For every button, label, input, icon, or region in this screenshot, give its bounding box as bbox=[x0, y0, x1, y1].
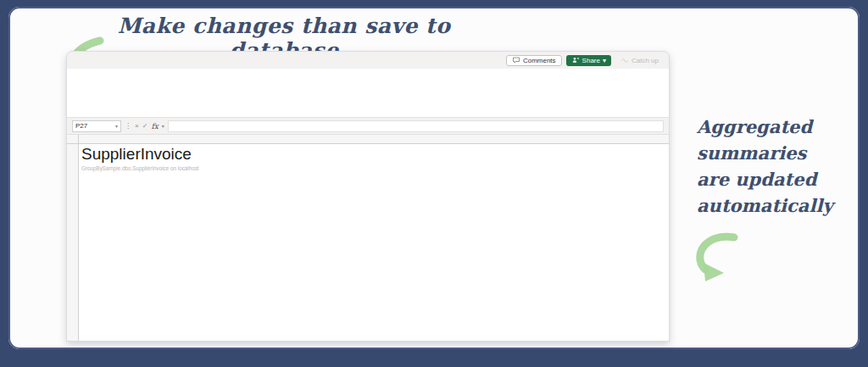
select-all-corner[interactable] bbox=[67, 135, 79, 143]
tabbar-right-actions: Comments Share▾ Catch up bbox=[506, 55, 664, 66]
ribbon bbox=[67, 69, 669, 118]
enter-icon[interactable]: ✓ bbox=[142, 122, 148, 130]
formula-bar: P27▾ ⋮ × ✓ fx ▾ bbox=[67, 118, 669, 135]
column-headers bbox=[67, 135, 669, 144]
excel-window: Comments Share▾ Catch up P27▾ ⋮ × ✓ fx ▾… bbox=[66, 51, 670, 342]
comment-icon bbox=[512, 56, 520, 64]
cancel-icon[interactable]: × bbox=[135, 122, 139, 130]
comments-button[interactable]: Comments bbox=[506, 55, 562, 66]
row-number-gutter bbox=[67, 144, 79, 342]
ribbon-tab-bar: Comments Share▾ Catch up bbox=[67, 52, 669, 69]
chevron-down-icon: ▾ bbox=[115, 123, 118, 129]
catch-up-button[interactable]: Catch up bbox=[615, 55, 664, 66]
divider-dots: ⋮ bbox=[125, 122, 131, 130]
insert-function-icon[interactable]: fx bbox=[151, 122, 158, 131]
share-icon bbox=[571, 56, 580, 64]
sheet-title-cell[interactable]: SupplierInvoice bbox=[81, 145, 192, 164]
name-box[interactable]: P27▾ bbox=[72, 120, 121, 132]
share-button[interactable]: Share▾ bbox=[566, 55, 611, 66]
annotation-side-note: Aggregated summaries are updated automat… bbox=[697, 114, 833, 219]
green-arrow-right-icon bbox=[687, 229, 741, 281]
sheet-connection-subtitle: GroupBySample.dbo.SupplierInvoice on loc… bbox=[81, 165, 199, 171]
chevron-down-icon: ▾ bbox=[162, 123, 164, 129]
formula-input[interactable] bbox=[168, 120, 664, 132]
sheet-area: SupplierInvoice GroupBySample.dbo.Suppli… bbox=[67, 144, 669, 342]
catch-up-icon bbox=[620, 56, 629, 64]
screenshot-root: { "colors": { "accent_green": "#217346",… bbox=[0, 0, 868, 367]
